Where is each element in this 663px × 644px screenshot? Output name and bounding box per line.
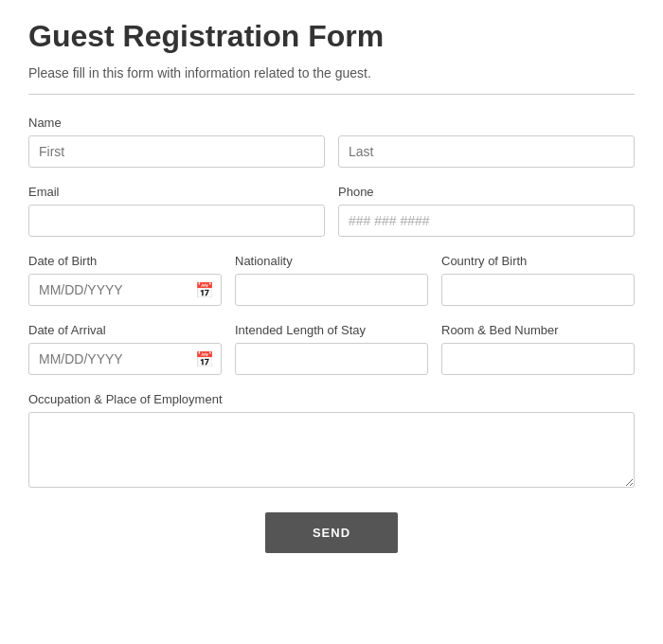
page-title: Guest Registration Form (28, 19, 635, 54)
occupation-label: Occupation & Place of Employment (28, 392, 635, 406)
arrival-stay-room-row: Date of Arrival 📅 Intended Length of Sta… (28, 323, 635, 392)
registration-form: Name Email Phone Date of Birth 📅 (28, 116, 635, 553)
dob-field-group: Date of Birth 📅 (28, 254, 222, 306)
name-row (28, 135, 635, 168)
last-name-col (338, 135, 635, 168)
phone-input[interactable] (338, 205, 635, 237)
email-label: Email (28, 185, 325, 199)
nationality-label: Nationality (235, 254, 428, 268)
nationality-field-group: Nationality (235, 254, 428, 306)
country-label: Country of Birth (441, 254, 635, 268)
nationality-input[interactable] (235, 274, 428, 306)
email-phone-row: Email Phone (28, 185, 635, 254)
stay-label: Intended Length of Stay (235, 323, 428, 337)
country-field-group: Country of Birth (441, 254, 635, 306)
arrival-field-group: Date of Arrival 📅 (28, 323, 222, 375)
room-label: Room & Bed Number (441, 323, 635, 337)
stay-field-group: Intended Length of Stay (235, 323, 428, 375)
country-input[interactable] (441, 274, 635, 306)
room-field-group: Room & Bed Number (441, 323, 635, 375)
occupation-field-group: Occupation & Place of Employment (28, 392, 635, 492)
name-field-group: Name (28, 116, 635, 168)
room-input[interactable] (441, 343, 635, 375)
stay-input[interactable] (235, 343, 428, 375)
dob-wrapper: 📅 (28, 274, 222, 306)
last-name-input[interactable] (338, 135, 635, 168)
first-name-col (28, 135, 325, 168)
phone-label: Phone (338, 185, 635, 199)
email-input[interactable] (28, 205, 325, 237)
dob-label: Date of Birth (28, 254, 222, 268)
first-name-input[interactable] (28, 135, 325, 168)
arrival-input[interactable] (28, 343, 222, 375)
phone-field-group: Phone (338, 185, 635, 237)
email-field-group: Email (28, 185, 325, 237)
arrival-label: Date of Arrival (28, 323, 222, 337)
page-subtitle: Please fill in this form with informatio… (28, 65, 635, 80)
name-label: Name (28, 116, 635, 130)
send-button[interactable]: SEND (265, 512, 398, 553)
arrival-wrapper: 📅 (28, 343, 222, 375)
occupation-textarea[interactable] (28, 412, 635, 488)
divider (28, 94, 635, 95)
send-btn-wrapper: SEND (28, 512, 635, 553)
dob-nationality-country-row: Date of Birth 📅 Nationality Country of B… (28, 254, 635, 323)
arrival-calendar-icon[interactable]: 📅 (195, 350, 214, 368)
dob-calendar-icon[interactable]: 📅 (195, 281, 214, 299)
dob-input[interactable] (28, 274, 222, 306)
